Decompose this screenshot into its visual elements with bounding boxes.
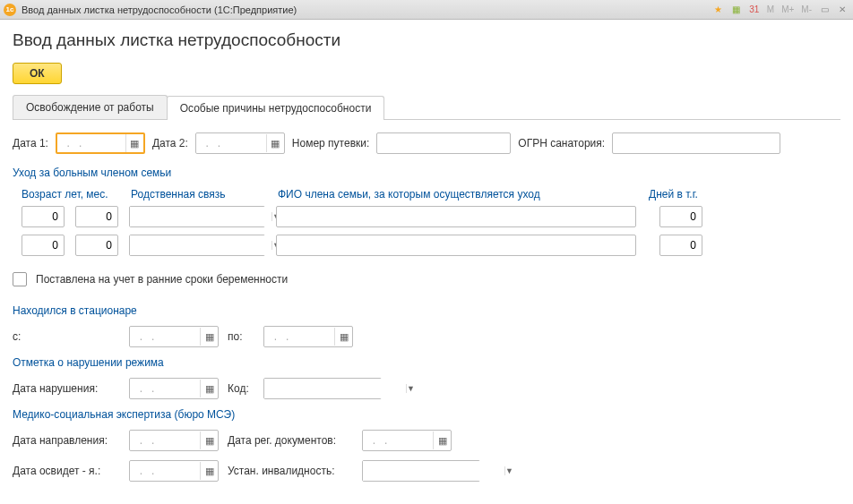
close-icon[interactable]: ✕ xyxy=(835,3,849,17)
mse-disab-select[interactable]: ▼ xyxy=(362,460,480,482)
mse-reg-input[interactable] xyxy=(363,431,426,450)
hospital-from-input[interactable] xyxy=(130,327,193,346)
care-section-title: Уход за больным членом семьи xyxy=(13,167,840,179)
care-headers: Возраст лет, мес. Родственная связь ФИО … xyxy=(13,188,840,201)
minimize-icon[interactable]: ▭ xyxy=(817,3,831,17)
hospital-to-input[interactable] xyxy=(264,327,327,346)
violation-date-input[interactable] xyxy=(130,379,193,398)
violation-section-title: Отметка о нарушении режима xyxy=(13,356,840,369)
pregnancy-label: Поставлена на учет в ранние сроки береме… xyxy=(36,273,288,286)
calendar-icon[interactable]: 31 xyxy=(747,3,762,17)
pregnancy-checkbox[interactable] xyxy=(13,272,27,286)
mse-reg-label: Дата рег. документов: xyxy=(228,434,353,447)
favorite-icon[interactable]: ★ xyxy=(711,3,726,17)
care-row-1: ▼ xyxy=(13,206,840,227)
mse-exam-input[interactable] xyxy=(130,461,193,481)
tab-bar: Освобождение от работы Особые причины не… xyxy=(13,95,840,120)
care-header-age: Возраст лет, мес. xyxy=(22,188,120,201)
mse-dir-input[interactable] xyxy=(130,431,193,450)
mse-reg-field[interactable]: ▦ xyxy=(362,430,452,451)
voucher-label: Номер путевки: xyxy=(292,137,369,149)
ok-button[interactable]: ОК xyxy=(13,63,62,84)
voucher-input[interactable] xyxy=(376,132,511,154)
violation-code-label: Код: xyxy=(228,382,254,395)
mse-disab-label: Устан. инвалидность: xyxy=(228,465,353,477)
tab-special-reasons[interactable]: Особые причины нетрудоспособности xyxy=(167,96,385,120)
violation-date-field[interactable]: ▦ xyxy=(129,378,219,399)
titlebar-actions: ★ ▦ 31 M M+ M- ▭ ✕ xyxy=(711,3,849,17)
ogrn-label: ОГРН санатория: xyxy=(518,137,605,149)
mse-dir-field[interactable]: ▦ xyxy=(129,430,219,451)
care1-months-input[interactable] xyxy=(75,206,118,227)
care1-relation-select[interactable]: ▼ xyxy=(129,206,265,227)
hospital-from-label: с: xyxy=(13,330,120,343)
date1-field[interactable]: ▦ xyxy=(56,132,145,154)
window-title: Ввод данных листка нетрудоспособности (1… xyxy=(22,4,297,15)
calendar-icon[interactable]: ▦ xyxy=(433,431,451,449)
mse-section-title: Медико-социальная экспертиза (бюро МСЭ) xyxy=(13,408,840,421)
chevron-down-icon[interactable]: ▼ xyxy=(504,466,513,475)
violation-row: Дата нарушения: ▦ Код: ▼ xyxy=(13,378,840,399)
calculator-icon[interactable]: ▦ xyxy=(729,3,744,17)
memory-m[interactable]: M xyxy=(765,4,776,14)
window-titlebar: 1c Ввод данных листка нетрудоспособности… xyxy=(0,0,853,20)
calendar-icon[interactable]: ▦ xyxy=(334,328,352,346)
page-title: Ввод данных листка нетрудоспособности xyxy=(13,30,840,50)
date2-calendar-icon[interactable]: ▦ xyxy=(266,134,284,152)
mse-exam-field[interactable]: ▦ xyxy=(129,460,219,482)
hospital-to-field[interactable]: ▦ xyxy=(263,326,353,347)
care2-relation-input[interactable] xyxy=(130,235,271,255)
date2-label: Дата 2: xyxy=(152,137,188,149)
date1-label: Дата 1: xyxy=(13,137,48,149)
mse-exam-label: Дата освидет - я.: xyxy=(13,465,120,477)
calendar-icon[interactable]: ▦ xyxy=(200,328,218,346)
calendar-icon[interactable]: ▦ xyxy=(200,462,218,480)
content-area: Ввод данных листка нетрудоспособности ОК… xyxy=(0,20,853,501)
care2-months-input[interactable] xyxy=(75,235,118,256)
calendar-icon[interactable]: ▦ xyxy=(200,380,218,397)
care-header-relation: Родственная связь xyxy=(131,188,267,201)
date2-field[interactable]: ▦ xyxy=(195,132,285,154)
care1-fio-input[interactable] xyxy=(276,206,636,227)
hospital-to-label: по: xyxy=(228,330,254,343)
care-header-fio: ФИО члена семьи, за которым осуществляет… xyxy=(278,188,638,201)
care2-years-input[interactable] xyxy=(22,235,65,256)
memory-mplus[interactable]: M+ xyxy=(780,4,796,14)
violation-code-input[interactable] xyxy=(264,379,406,398)
tab-work-release[interactable]: Освобождение от работы xyxy=(13,95,168,119)
date1-calendar-icon[interactable]: ▦ xyxy=(125,134,143,152)
care1-days-input[interactable] xyxy=(659,206,702,227)
mse-row1: Дата направления: ▦ Дата рег. документов… xyxy=(13,430,840,451)
care-header-days: Дней в т.г. xyxy=(649,188,711,201)
care2-fio-input[interactable] xyxy=(276,235,636,256)
care2-days-input[interactable] xyxy=(659,235,702,256)
violation-date-label: Дата нарушения: xyxy=(13,382,120,395)
app-icon: 1c xyxy=(4,4,16,16)
date2-input[interactable] xyxy=(196,133,259,153)
mse-dir-label: Дата направления: xyxy=(13,434,120,447)
chevron-down-icon[interactable]: ▼ xyxy=(406,384,415,393)
hospital-row: с: ▦ по: ▦ xyxy=(13,326,840,347)
dates-row: Дата 1: ▦ Дата 2: ▦ Номер путевки: ОГРН … xyxy=(13,132,840,154)
ogrn-input[interactable] xyxy=(612,132,780,154)
hospital-from-field[interactable]: ▦ xyxy=(129,326,219,347)
mse-row2: Дата освидет - я.: ▦ Устан. инвалидность… xyxy=(13,460,840,482)
care1-years-input[interactable] xyxy=(22,206,65,227)
mse-disab-input[interactable] xyxy=(363,461,504,481)
care1-relation-input[interactable] xyxy=(130,207,271,226)
violation-code-select[interactable]: ▼ xyxy=(263,378,382,399)
care-row-2: ▼ xyxy=(13,235,840,256)
memory-mminus[interactable]: M- xyxy=(799,4,814,14)
hospital-section-title: Находился в стационаре xyxy=(13,304,840,317)
pregnancy-row: Поставлена на учет в ранние сроки береме… xyxy=(13,272,840,286)
date1-input[interactable] xyxy=(57,134,120,152)
care2-relation-select[interactable]: ▼ xyxy=(129,235,265,256)
calendar-icon[interactable]: ▦ xyxy=(200,431,218,449)
